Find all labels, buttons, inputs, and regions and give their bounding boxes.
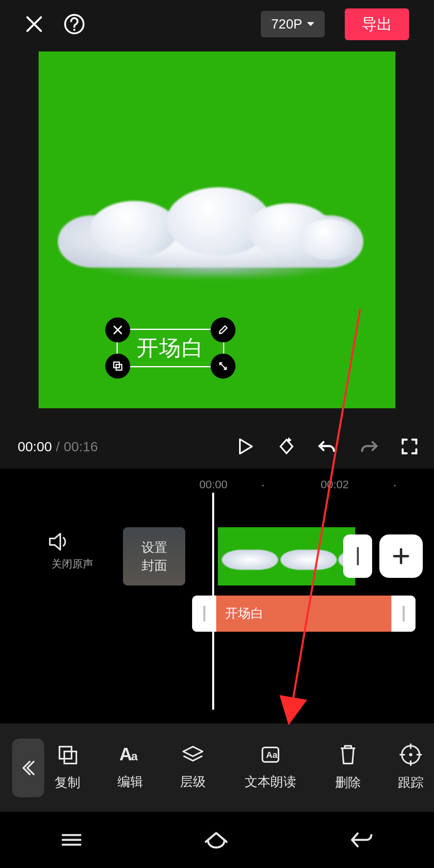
video-preview[interactable]: 开场白 xyxy=(39,51,395,408)
nav-back-icon[interactable] xyxy=(350,831,374,849)
svg-rect-4 xyxy=(59,747,72,759)
redo-icon xyxy=(356,438,381,455)
ruler-dot: · xyxy=(261,477,265,492)
text-track-clip[interactable]: 开场白 xyxy=(192,596,416,632)
bottom-toolbar: 复制 Aa 编辑 层级 Aa 文本朗读 删除 跟踪 xyxy=(0,723,434,812)
tool-edit[interactable]: Aa 编辑 xyxy=(107,744,154,791)
split-clip-button[interactable] xyxy=(343,534,372,578)
playback-bar: 00:00 / 00:16 xyxy=(0,424,434,469)
text-clip-label: 开场白 xyxy=(216,596,391,632)
tool-tts[interactable]: Aa 文本朗读 xyxy=(232,744,309,791)
svg-text:Aa: Aa xyxy=(266,750,278,760)
timeline-clip-1[interactable] xyxy=(218,527,355,585)
overlay-delete-handle[interactable] xyxy=(105,317,130,342)
total-time: 00:16 xyxy=(64,439,98,454)
mute-toggle[interactable]: 关闭原声 xyxy=(48,532,96,571)
tool-edit-label: 编辑 xyxy=(117,773,143,791)
time-separator: / xyxy=(56,439,59,454)
close-icon[interactable] xyxy=(25,15,43,33)
text-overlay-box[interactable]: 开场白 xyxy=(117,329,224,367)
svg-text:A: A xyxy=(119,744,132,764)
toolbar-back-button[interactable] xyxy=(12,739,44,797)
set-cover-label: 设置 封面 xyxy=(141,538,167,575)
set-cover-button[interactable]: 设置 封面 xyxy=(123,527,185,585)
system-nav xyxy=(0,812,434,868)
svg-point-1 xyxy=(73,29,75,31)
tool-delete[interactable]: 删除 xyxy=(325,743,371,792)
tool-copy-label: 复制 xyxy=(55,774,80,792)
tool-layer-label: 层级 xyxy=(180,773,206,791)
resolution-select[interactable]: 720P xyxy=(261,11,325,37)
undo-icon[interactable] xyxy=(315,438,340,455)
time-display: 00:00 / 00:16 xyxy=(18,439,98,454)
nav-home-icon[interactable] xyxy=(203,830,229,850)
play-icon[interactable] xyxy=(233,438,258,455)
tool-copy[interactable]: 复制 xyxy=(44,743,91,792)
overlay-scale-handle[interactable] xyxy=(211,354,235,379)
playhead[interactable] xyxy=(212,493,214,710)
preview-pane: 开场白 xyxy=(0,48,434,424)
svg-text:a: a xyxy=(131,749,138,763)
svg-rect-5 xyxy=(64,751,76,764)
tool-delete-label: 删除 xyxy=(335,774,361,792)
fullscreen-icon[interactable] xyxy=(397,438,422,455)
cloud-graphic xyxy=(58,191,363,280)
timeline-ruler: 00:00 · 00:02 · xyxy=(0,475,434,495)
overlay-copy-handle[interactable] xyxy=(105,354,130,379)
help-icon[interactable] xyxy=(63,13,85,35)
resolution-label: 720P xyxy=(271,16,302,32)
text-overlay-label: 开场白 xyxy=(137,334,204,363)
timeline[interactable]: 00:00 · 00:02 · 关闭原声 设置 封面 xyxy=(0,469,434,723)
mute-label: 关闭原声 xyxy=(48,557,96,571)
tool-tts-label: 文本朗读 xyxy=(245,773,296,791)
export-button[interactable]: 导出 xyxy=(345,8,409,40)
svg-point-11 xyxy=(409,753,412,756)
tool-track[interactable]: 跟踪 xyxy=(387,743,434,792)
clip-right-handle[interactable] xyxy=(391,596,416,632)
ruler-tick: 00:00 xyxy=(199,478,227,491)
chevron-down-icon xyxy=(307,22,314,26)
top-bar: 720P 导出 xyxy=(0,0,434,48)
tool-track-label: 跟踪 xyxy=(398,774,424,792)
keyframe-icon[interactable] xyxy=(274,437,299,456)
current-time: 00:00 xyxy=(18,439,52,454)
nav-recent-icon[interactable] xyxy=(60,832,83,848)
tool-layer[interactable]: 层级 xyxy=(170,744,216,791)
overlay-edit-handle[interactable] xyxy=(211,317,235,342)
add-clip-button[interactable] xyxy=(379,534,423,578)
ruler-dot: · xyxy=(393,477,397,492)
ruler-tick: 00:02 xyxy=(321,478,349,491)
